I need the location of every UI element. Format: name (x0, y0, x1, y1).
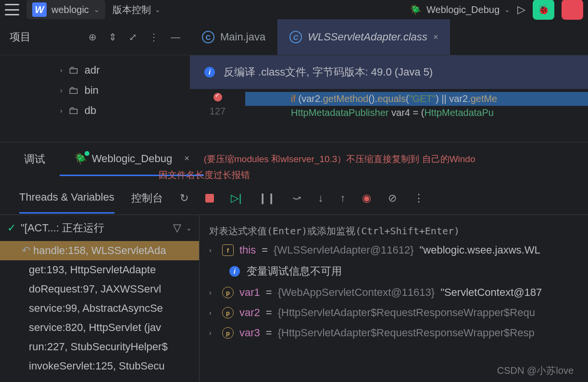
code-area[interactable]: if (var2.getMethod().equals("GET") || va… (245, 89, 588, 120)
editor-tab-active[interactable]: C WLSServletAdapter.class × (277, 19, 450, 55)
project-panel-title: 项目 (10, 30, 76, 44)
filter-icon[interactable]: ▽ (173, 222, 181, 234)
vcs-menu[interactable]: 版本控制 ⌄ (113, 3, 161, 16)
stack-frame[interactable]: service:99, AbstractAsyncSe (0, 299, 199, 318)
chevron-right-icon: › (60, 107, 63, 115)
decompile-banner: i 反编译 .class文件, 字节码版本: 49.0 (Java 5) (190, 55, 588, 89)
bug-icon: 🪲 (74, 153, 87, 165)
step-over-icon[interactable]: ⤻ (292, 192, 301, 204)
more-icon[interactable]: ⋮ (149, 31, 159, 43)
debug-tab[interactable]: 调试 (10, 142, 60, 176)
run-button[interactable]: ▷ (517, 3, 525, 16)
stack-frame[interactable]: service:820, HttpServlet (jav (0, 318, 199, 337)
check-icon: ✓ (7, 222, 16, 234)
breakpoint-icon[interactable] (213, 93, 222, 102)
param-icon: p (222, 327, 234, 339)
tree-folder[interactable]: ›🗀bin (0, 80, 190, 101)
bug-icon: 🪲 (410, 4, 422, 15)
project-tree: ›🗀adr ›🗀bin ›🗀db (0, 55, 190, 126)
tree-folder[interactable]: ›🗀adr (0, 60, 190, 80)
class-icon: C (289, 31, 302, 43)
undo-icon: ↶ (22, 244, 30, 256)
param-icon: p (222, 307, 234, 318)
step-out-icon[interactable]: ↑ (340, 192, 345, 204)
variable-row[interactable]: › p var1 = {WebAppServletContext@11613} … (209, 282, 578, 303)
more-icon[interactable]: ⋮ (413, 192, 424, 204)
stack-frame[interactable]: doRequest:97, JAXWSServl (0, 280, 199, 299)
run-config-selector[interactable]: 🪲 Weblogic_Debug ⌄ (410, 4, 510, 15)
folder-icon: 🗀 (68, 104, 79, 117)
stop-button[interactable] (562, 0, 583, 20)
watermark: CSDN @小苏love (497, 364, 574, 377)
chevron-down-icon: ⌄ (155, 6, 161, 13)
chevron-down-icon: ⌄ (94, 6, 100, 13)
param-icon: p (222, 287, 234, 298)
minimize-icon[interactable]: — (171, 32, 180, 43)
warning-text: (要压缩modules 和wlserver_10.3）不压缩直接复制到 自己的W… (204, 153, 578, 166)
resume-icon[interactable]: ▷| (231, 192, 242, 204)
expand-icon[interactable]: ⇕ (109, 31, 117, 43)
stack-frame[interactable]: ↶handle:158, WLSServletAda (0, 241, 199, 260)
stack-frame[interactable]: run:227, StubSecurityHelper$ (0, 337, 199, 357)
stack-frame[interactable]: invokeServlet:125, StubSecu (0, 357, 199, 376)
gutter[interactable]: 127 (190, 89, 245, 120)
project-name: weblogic (51, 4, 89, 15)
chevron-down-icon: ⌄ (504, 6, 510, 13)
threads-tab[interactable]: Threads & Variables (19, 191, 114, 214)
project-selector[interactable]: W weblogic ⌄ (26, 0, 105, 19)
chevron-right-icon: › (209, 329, 216, 337)
menu-icon[interactable] (5, 4, 19, 15)
step-into-icon[interactable]: ↓ (318, 192, 323, 204)
pause-icon[interactable]: ❙❙ (258, 192, 275, 204)
close-icon[interactable]: × (433, 32, 438, 42)
variable-row[interactable]: › p var2 = {HttpServletAdapter$RequestRe… (209, 303, 578, 323)
close-icon[interactable]: × (184, 153, 189, 164)
chevron-right-icon: › (209, 309, 216, 317)
debug-button[interactable]: 🐞 (533, 0, 554, 20)
project-badge-icon: W (32, 2, 47, 17)
collapse-icon[interactable]: ⤢ (129, 31, 137, 43)
chevron-right-icon: › (209, 289, 216, 296)
chevron-right-icon: › (209, 246, 216, 254)
rerun-icon[interactable]: ↻ (180, 192, 188, 204)
chevron-right-icon: › (60, 66, 63, 74)
chevron-right-icon: › (60, 87, 63, 94)
class-icon: C (202, 31, 214, 43)
info-icon: i (204, 67, 215, 77)
variable-row[interactable]: › f this = {WLSServletAdapter@11612} "we… (209, 240, 578, 260)
stack-frame[interactable]: get:193, HttpServletAdapte (0, 260, 199, 280)
tree-folder[interactable]: ›🗀db (0, 101, 190, 121)
editor-tab[interactable]: C Main.java (190, 19, 277, 55)
mute-breakpoints-icon[interactable]: ⊘ (388, 192, 397, 204)
evaluate-expression-input[interactable]: 对表达式求值(Enter)或添加监视(Ctrl+Shift+Enter) (209, 222, 578, 240)
folder-icon: 🗀 (68, 84, 79, 97)
view-breakpoints-icon[interactable]: ◉ (362, 192, 371, 204)
stop-icon[interactable] (205, 194, 214, 203)
info-icon: i (229, 266, 240, 277)
target-icon[interactable]: ⊕ (88, 31, 97, 43)
thread-selector[interactable]: ✓ "[ACT...: 正在运行 ▽ ⌄ (0, 215, 199, 241)
variable-row[interactable]: › p var3 = {HttpServletAdapter$RequestRe… (209, 323, 578, 343)
field-icon: f (222, 244, 234, 256)
folder-icon: 🗀 (68, 64, 79, 76)
debug-info-unavailable: i 变量调试信息不可用 (209, 260, 578, 282)
chevron-down-icon[interactable]: ⌄ (186, 224, 192, 232)
console-tab[interactable]: 控制台 (131, 191, 163, 205)
